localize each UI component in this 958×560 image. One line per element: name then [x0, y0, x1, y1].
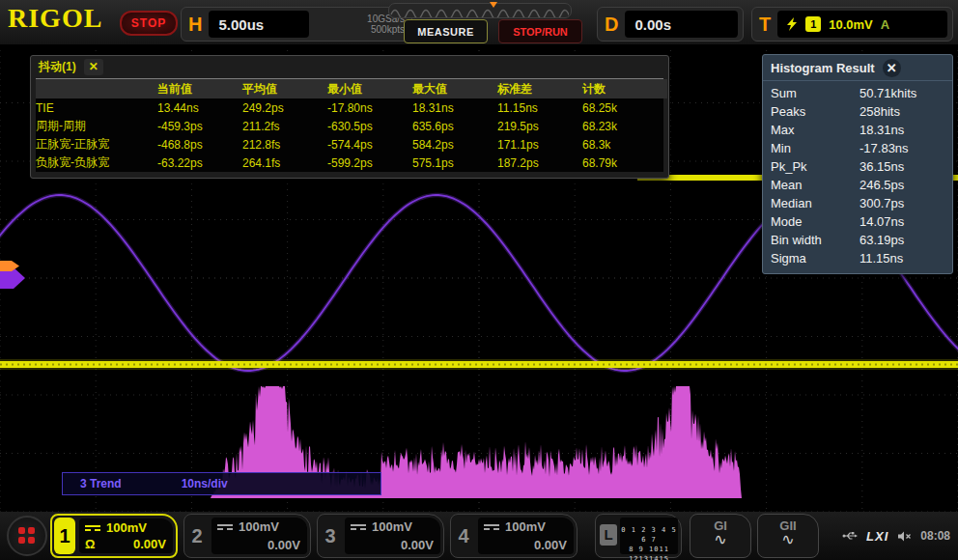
jitter-cell: -459.3ps	[157, 117, 242, 135]
histogram-result-panel: Histogram Result ✕ Sum50.71khitsPeaks258…	[762, 54, 953, 274]
stop-run-button[interactable]: STOP/RUN	[498, 19, 582, 43]
jitter-cell: -599.2ps	[327, 154, 412, 172]
jitter-row-label: 周期-周期	[36, 117, 157, 135]
jitter-col-header: 最大值	[412, 79, 497, 98]
generator1-box[interactable]: GI ∿	[690, 514, 751, 558]
trend-scale-label[interactable]: 3 Trend 10ns/div	[62, 472, 381, 495]
channel-scale: 100mV	[106, 520, 147, 535]
channel-scale: 100mV	[239, 519, 279, 534]
histogram-stat-label: Mean	[771, 178, 859, 192]
jitter-cell: -468.8ps	[157, 135, 242, 154]
sine-icon: ∿	[758, 533, 818, 546]
close-icon[interactable]: ✕	[84, 59, 103, 75]
channel-info: 100mV0.00V	[478, 518, 574, 554]
memory-waveform-icon	[389, 6, 569, 17]
jitter-cell: 584.2ps	[412, 135, 497, 154]
histogram-stat-row: Median300.7ps	[763, 194, 952, 212]
trigger-source-badge: 1	[805, 16, 821, 32]
histogram-stat-row: Min-17.83ns	[763, 139, 952, 157]
channel-3-box[interactable]: 3100mV0.00V	[317, 514, 444, 558]
jitter-row-label: 负脉宽-负脉宽	[36, 154, 157, 172]
histogram-stat-value: 246.5ps	[859, 178, 904, 192]
histogram-panel-titlebar: Histogram Result ✕	[763, 55, 952, 81]
histogram-stat-row: Mean246.5ps	[763, 176, 952, 194]
jitter-cell: 212.8fs	[242, 135, 327, 154]
histogram-stat-label: Peaks	[771, 104, 859, 119]
jitter-cell: 219.5ps	[497, 117, 582, 135]
histogram-stat-label: Mode	[771, 214, 859, 229]
menu-button[interactable]	[7, 516, 47, 556]
histogram-stat-row: Bin width63.19ps	[763, 231, 952, 249]
jitter-cell: 13.44ns	[157, 98, 242, 117]
histogram-stats-list: Sum50.71khitsPeaks258hitsMax18.31nsMin-1…	[763, 81, 952, 273]
memory-position-bar[interactable]	[388, 3, 572, 18]
dc-coupling-icon	[85, 525, 100, 531]
jitter-cell: 575.1ps	[412, 154, 497, 172]
channel-offset: 0.00V	[534, 538, 567, 552]
timebase-value[interactable]: 5.00us	[209, 11, 309, 38]
jitter-cell: 635.6ps	[412, 117, 497, 135]
close-icon[interactable]: ✕	[883, 59, 901, 77]
histogram-stat-label: Pk_Pk	[771, 159, 859, 174]
trend-channel-label: 3 Trend	[80, 477, 122, 490]
jitter-col-header: 当前值	[157, 79, 242, 98]
histogram-stat-row: Max18.31ns	[763, 121, 952, 139]
histogram-stat-row: Peaks258hits	[763, 102, 952, 121]
jitter-table-row: 周期-周期-459.3ps211.2fs-630.5ps635.6ps219.5…	[36, 117, 667, 135]
jitter-cell: -574.4ps	[327, 135, 412, 154]
histogram-stat-label: Sum	[771, 86, 859, 100]
generator2-box[interactable]: GII ∿	[757, 514, 819, 558]
h-label: H	[182, 14, 209, 36]
jitter-cell: -630.5ps	[327, 117, 412, 135]
channel-boxes: 1100mVΩ0.00V2100mV0.00V3100mV0.00V4100mV…	[50, 514, 578, 558]
trigger-info[interactable]: 1 10.0mV A	[777, 11, 947, 38]
channel-offset: 0.00V	[268, 538, 300, 552]
channel-2-box[interactable]: 2100mV0.00V	[183, 514, 311, 558]
channel-offset-marker[interactable]	[0, 261, 19, 271]
trend-scale-value: 10ns/div	[182, 477, 228, 490]
channel-1-box[interactable]: 1100mVΩ0.00V	[50, 514, 178, 558]
status-area: LXI 08:08	[842, 512, 950, 560]
histogram-stat-value: 18.31ns	[859, 123, 904, 137]
trigger-slope-icon	[787, 17, 798, 31]
jitter-cell: -17.80ns	[327, 98, 412, 117]
channel-info: 100mVΩ0.00V	[79, 518, 173, 553]
channel-number: 3	[318, 515, 343, 557]
jitter-cell: 171.1ps	[497, 135, 582, 154]
mute-speaker-icon	[897, 531, 912, 542]
channel-number: 1	[54, 518, 75, 554]
jitter-cell: 264.1fs	[242, 154, 327, 172]
histogram-stat-value: 63.19ps	[859, 233, 904, 247]
jitter-cell: 249.2ps	[242, 98, 327, 117]
histogram-stat-value: 14.07ns	[859, 214, 904, 229]
jitter-row-label: TIE	[36, 98, 157, 117]
jitter-cell: 211.2fs	[242, 117, 327, 135]
rigol-logo: RIGOL	[8, 3, 102, 34]
logic-channels-box[interactable]: L 0 1 2 3 4 5 6 7 8 9 1011 12131415	[595, 514, 682, 558]
delay-value[interactable]: 0.00s	[625, 11, 738, 38]
histogram-stat-value: 300.7ps	[859, 196, 904, 210]
memory-depth: 500kpts	[371, 24, 405, 35]
channel-offset: 0.00V	[401, 538, 434, 552]
histogram-stat-label: Sigma	[771, 251, 859, 266]
top-bar: RIGOL STOP H 5.00us 10GSa/s 500kpts MEAS…	[0, 0, 958, 45]
clock-time: 08:08	[920, 529, 950, 543]
jitter-panel-titlebar: 抖动(1) ✕	[31, 56, 668, 78]
jitter-cell: 18.31ns	[412, 98, 497, 117]
dc-coupling-icon	[484, 524, 499, 530]
histogram-panel-title: Histogram Result	[771, 61, 875, 75]
jitter-table: 当前值平均值最小值最大值标准差计数TIE13.44ns249.2ps-17.80…	[36, 78, 663, 172]
bottom-bar: 1100mVΩ0.00V2100mV0.00V3100mV0.00V4100mV…	[0, 512, 958, 560]
measure-button[interactable]: MEASURE	[404, 19, 488, 43]
jitter-panel-title: 抖动(1)	[39, 59, 76, 75]
jitter-cell: 68.79k	[582, 154, 667, 172]
jitter-col-header: 计数	[582, 79, 667, 98]
channel-scale: 100mV	[505, 519, 546, 534]
trigger-position-marker[interactable]	[490, 2, 497, 8]
histogram-stat-value: 50.71khits	[859, 86, 916, 100]
lxi-indicator: LXI	[866, 529, 888, 544]
delay-group: D 0.00s	[597, 7, 744, 42]
channel-4-box[interactable]: 4100mV0.00V	[450, 514, 578, 558]
channel-impedance: Ω	[85, 537, 95, 551]
histogram-stat-label: Median	[771, 196, 859, 210]
